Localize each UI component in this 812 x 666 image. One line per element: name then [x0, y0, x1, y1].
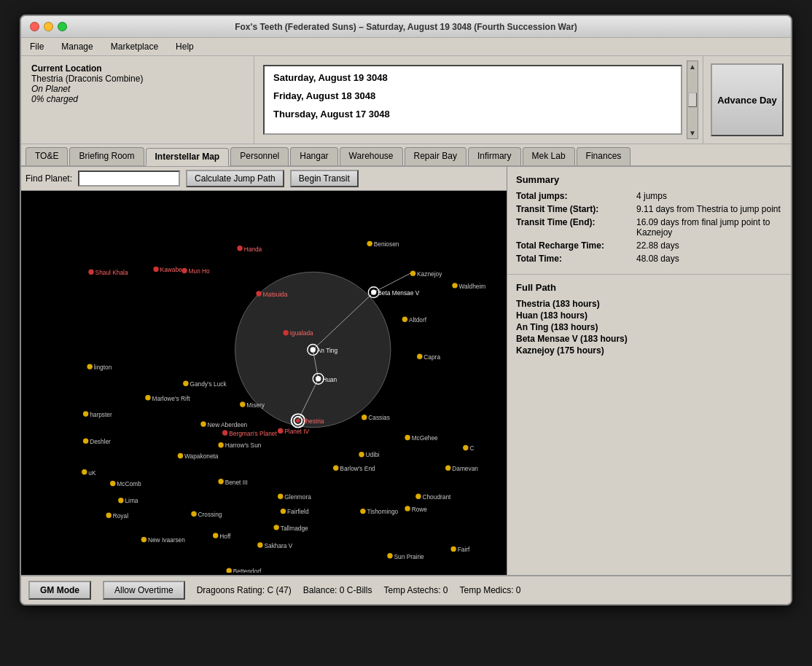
planet-igualada[interactable] — [283, 330, 288, 335]
star-map-svg[interactable]: Handa Mun Ho Kawabe Shaul Khala Matsuida — [21, 191, 507, 573]
planet-udibi[interactable] — [359, 452, 364, 457]
planet-benet-iii[interactable] — [218, 479, 223, 484]
planet-beta-mensae-v[interactable] — [371, 289, 376, 294]
status-bar: GM Mode Allow Overtime Dragoons Rating: … — [21, 575, 791, 604]
label-uk: uK — [88, 469, 96, 477]
planet-hoff[interactable] — [213, 533, 218, 538]
transit-start-value: 9.11 days from Thestria to jump point — [636, 204, 782, 214]
planet-waldheim[interactable] — [452, 283, 457, 288]
find-planet-input[interactable] — [78, 171, 180, 187]
date-scroll-area[interactable]: Saturday, August 19 3048 Friday, August … — [263, 65, 682, 135]
planet-mccomb[interactable] — [110, 481, 115, 486]
planet-barlows-end[interactable] — [333, 466, 338, 471]
planet-rowe[interactable] — [405, 506, 410, 511]
planet-fairfield[interactable] — [281, 509, 286, 514]
label-glenmora: Glenmora — [284, 493, 311, 501]
planet-lima[interactable] — [118, 498, 123, 503]
planet-crossing[interactable] — [191, 512, 196, 517]
planet-misery[interactable] — [240, 401, 245, 407]
planet-thestria[interactable] — [296, 419, 300, 423]
planet-kawabe[interactable] — [153, 267, 158, 272]
planet-c[interactable] — [463, 445, 468, 450]
menu-file[interactable]: File — [27, 40, 47, 53]
label-thestria: Thestria — [302, 418, 324, 425]
planet-marlowes-rift[interactable] — [145, 395, 150, 400]
planet-tishomingo[interactable] — [360, 509, 365, 514]
label-beniosen: Beniosen — [374, 240, 399, 248]
planet-wapakoneta[interactable] — [178, 453, 183, 458]
planet-damevan[interactable] — [445, 466, 450, 471]
scroll-up-arrow[interactable]: ▲ — [689, 63, 696, 71]
planet-bergmans[interactable] — [222, 430, 227, 435]
planet-matsuida[interactable] — [256, 291, 261, 296]
calc-jump-path-button[interactable]: Calculate Jump Path — [186, 170, 284, 187]
planet-altdorf[interactable] — [402, 317, 407, 322]
tab-briefing-room[interactable]: Briefing Room — [69, 147, 144, 165]
gm-mode-button[interactable]: GM Mode — [28, 581, 91, 600]
planet-gandys-luck[interactable] — [183, 381, 188, 386]
planet-shaul-khala[interactable] — [88, 270, 93, 275]
planet-sun-prairie[interactable] — [387, 553, 392, 558]
app-window: Fox's Teeth (Federated Suns) – Saturday,… — [20, 15, 792, 606]
menu-marketplace[interactable]: Marketplace — [108, 40, 161, 53]
planet-tallmadge[interactable] — [273, 525, 278, 530]
label-sakhara-v: Sakhara V — [264, 542, 292, 549]
scroll-down-arrow[interactable]: ▼ — [689, 129, 696, 137]
planet-fairf[interactable] — [450, 546, 456, 552]
advance-day-button[interactable]: Advance Day — [711, 63, 784, 136]
planet-mun-ho[interactable] — [181, 268, 187, 273]
planet-glenmora[interactable] — [278, 493, 283, 498]
label-damevan: Damevan — [452, 465, 478, 472]
maximize-button[interactable] — [58, 22, 67, 31]
allow-overtime-button[interactable]: Allow Overtime — [103, 581, 185, 600]
planet-uk[interactable] — [82, 469, 87, 474]
label-beta-mensae-v: Beta Mensae V — [378, 289, 419, 297]
label-capra: Capra — [423, 353, 440, 361]
planet-kaznejoy[interactable] — [410, 270, 415, 275]
dragoons-rating: Dragoons Rating: C (47) — [197, 585, 292, 595]
label-matsuida: Matsuida — [263, 291, 288, 298]
planet-cassias[interactable] — [362, 415, 367, 420]
tab-infirmary[interactable]: Infirmary — [468, 147, 521, 165]
tab-mek-lab[interactable]: Mek Lab — [523, 147, 575, 165]
begin-transit-button[interactable]: Begin Transit — [290, 170, 359, 187]
date-entry-1: Saturday, August 19 3048 — [273, 72, 666, 83]
menu-manage[interactable]: Manage — [58, 40, 95, 53]
tab-warehouse[interactable]: Warehouse — [340, 147, 403, 165]
total-jumps-value: 4 jumps — [636, 191, 782, 201]
star-map: Find Planet: Calculate Jump Path Begin T… — [21, 167, 507, 575]
date-scrollbar[interactable]: ▲ ▼ — [687, 60, 698, 139]
planet-new-ivaarsen[interactable] — [141, 537, 147, 542]
planet-choudrant[interactable] — [415, 493, 421, 498]
tab-finances[interactable]: Finances — [577, 147, 631, 165]
label-lington: lington — [94, 364, 112, 371]
planet-huan[interactable] — [316, 376, 321, 381]
label-mcgehee: McGehee — [412, 434, 438, 442]
tab-toe[interactable]: TO&E — [26, 147, 68, 165]
planet-bettendorf[interactable] — [227, 568, 232, 573]
planet-lington[interactable] — [87, 364, 92, 369]
planet-an-ting[interactable] — [311, 347, 316, 352]
planet-deshler[interactable] — [83, 438, 88, 443]
full-path-section: Full Path Thestria (183 hours) Huan (183… — [507, 275, 791, 575]
planet-royal[interactable] — [106, 512, 111, 517]
planet-new-aberdeen[interactable] — [200, 421, 206, 426]
planet-handa[interactable] — [237, 246, 242, 251]
star-map-canvas[interactable]: Handa Mun Ho Kawabe Shaul Khala Matsuida — [21, 191, 507, 573]
close-button[interactable] — [30, 22, 39, 31]
label-bergmans: Bergman's Planet — [229, 430, 277, 437]
planet-harrows-sun[interactable] — [218, 442, 223, 447]
tab-interstellar-map[interactable]: Interstellar Map — [146, 148, 230, 166]
planet-mcgehee[interactable] — [405, 435, 410, 440]
tab-hangar[interactable]: Hangar — [290, 147, 337, 165]
tab-repair-bay[interactable]: Repair Bay — [405, 147, 466, 165]
tab-personnel[interactable]: Personnel — [230, 147, 289, 165]
planet-harpster[interactable] — [83, 411, 88, 416]
planet-sakhara-v[interactable] — [257, 542, 262, 547]
planet-capra[interactable] — [417, 354, 422, 359]
scroll-thumb[interactable] — [688, 93, 697, 107]
planet-beniosen[interactable] — [367, 241, 372, 246]
minimize-button[interactable] — [44, 22, 53, 31]
planet-planet-iv[interactable] — [278, 428, 283, 434]
menu-help[interactable]: Help — [173, 40, 197, 53]
